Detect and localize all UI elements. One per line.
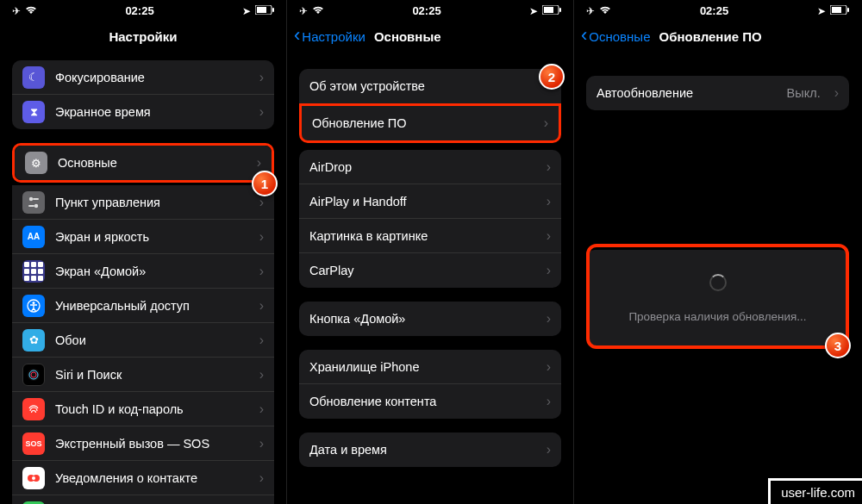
loading-card: Проверка наличия обновления... <box>586 250 849 345</box>
row-homebutton[interactable]: Кнопка «Домой» › <box>299 302 561 336</box>
back-button[interactable]: Настройки <box>294 28 365 45</box>
row-label: Автообновление <box>597 86 777 100</box>
row-storage[interactable]: Хранилище iPhone › <box>299 350 561 384</box>
chevron-right-icon: › <box>547 442 551 457</box>
chevron-right-icon: › <box>547 263 551 278</box>
wifi-icon <box>312 5 324 17</box>
chevron-right-icon: › <box>259 264 264 279</box>
airplane-icon: ✈ <box>299 5 308 17</box>
loading-text: Проверка наличия обновления... <box>595 310 840 323</box>
row-airdrop[interactable]: AirDrop › <box>299 150 561 184</box>
row-label: Дата и время <box>309 443 536 457</box>
chevron-right-icon: › <box>257 155 261 171</box>
row-wallpaper[interactable]: ✿ Обои › <box>12 323 274 358</box>
chevron-right-icon: › <box>547 359 551 375</box>
row-exposure[interactable]: Уведомления о контакте › <box>12 461 274 495</box>
row-carplay[interactable]: CarPlay › <box>299 253 561 288</box>
page-title: Основные <box>374 29 441 44</box>
row-siri[interactable]: Siri и Поиск › <box>12 358 274 392</box>
row-touchid[interactable]: Touch ID и код-пароль › <box>12 392 274 426</box>
flower-icon: ✿ <box>22 329 45 352</box>
status-time: 02:25 <box>700 4 728 17</box>
chevron-right-icon: › <box>259 401 264 417</box>
chevron-right-icon: › <box>547 311 551 327</box>
svg-rect-4 <box>33 198 39 200</box>
svg-point-3 <box>29 196 33 200</box>
siri-icon <box>22 364 45 386</box>
textsize-icon: AA <box>22 226 45 248</box>
row-screentime[interactable]: ⧗ Экранное время › <box>12 95 274 129</box>
svg-rect-22 <box>847 8 849 12</box>
row-general[interactable]: ⚙ Основные › <box>15 146 272 180</box>
step-badge-3: 3 <box>825 333 851 358</box>
row-software-update[interactable]: Обновление ПО › <box>302 106 559 140</box>
row-label: AirDrop <box>309 160 536 174</box>
row-label: Пункт управления <box>55 196 249 209</box>
row-label: Кнопка «Домой» <box>309 312 536 326</box>
accessibility-icon <box>22 295 45 317</box>
battery-icon <box>255 5 274 17</box>
row-pip[interactable]: Картинка в картинке › <box>299 219 561 253</box>
svg-rect-21 <box>832 7 841 13</box>
chevron-right-icon: › <box>259 470 264 486</box>
settings-group-focus: ☾ Фокусирование › ⧗ Экранное время › <box>12 60 274 129</box>
row-label: Обновление ПО <box>312 116 534 130</box>
settings-group-main: Пункт управления › AA Экран и яркость › … <box>12 185 274 504</box>
exposure-icon <box>22 467 45 489</box>
wifi-icon <box>599 5 611 17</box>
moon-icon: ☾ <box>22 66 45 89</box>
highlight-update: Обновление ПО › <box>299 103 561 143</box>
chevron-right-icon: › <box>259 367 264 383</box>
battery-icon <box>542 5 561 17</box>
row-accessibility[interactable]: Универсальный доступ › <box>12 289 274 323</box>
chevron-right-icon: › <box>547 394 551 409</box>
chevron-right-icon: › <box>259 70 264 85</box>
group-storage: Хранилище iPhone › Обновление контента › <box>299 350 561 419</box>
row-datetime[interactable]: Дата и время › <box>299 432 561 467</box>
row-content-update[interactable]: Обновление контента › <box>299 384 561 419</box>
row-label: Хранилище iPhone <box>309 360 536 374</box>
page-title: Обновление ПО <box>659 29 762 44</box>
row-about[interactable]: Об этом устройстве › <box>299 69 561 103</box>
status-time: 02:25 <box>412 4 440 17</box>
location-icon: ➤ <box>242 5 251 17</box>
group-homebutton: Кнопка «Домой» › <box>299 302 561 336</box>
row-label: Экстренный вызов — SOS <box>55 437 249 451</box>
svg-rect-6 <box>28 205 34 207</box>
chevron-right-icon: › <box>259 436 264 451</box>
row-label: Обои <box>55 333 249 347</box>
battery-icon <box>830 5 849 17</box>
svg-point-8 <box>33 302 35 304</box>
chevron-left-icon <box>294 28 300 45</box>
chevron-right-icon: › <box>547 194 551 209</box>
step-badge-1: 1 <box>252 171 278 196</box>
chevron-right-icon: › <box>259 298 264 314</box>
row-sos[interactable]: SOS Экстренный вызов — SOS › <box>12 426 274 461</box>
row-airplay[interactable]: AirPlay и Handoff › <box>299 184 561 219</box>
row-homescreen[interactable]: Экран «Домой» › <box>12 254 274 289</box>
back-label: Настройки <box>302 29 365 44</box>
svg-rect-1 <box>257 7 266 13</box>
watermark: user-life.com <box>768 478 862 504</box>
apps-grid-icon <box>22 260 45 283</box>
svg-rect-2 <box>272 8 274 12</box>
svg-rect-19 <box>559 8 561 12</box>
chevron-right-icon: › <box>547 159 551 175</box>
switches-icon <box>22 191 45 214</box>
chevron-right-icon: › <box>544 115 548 131</box>
row-controlcenter[interactable]: Пункт управления › <box>12 185 274 220</box>
row-display[interactable]: AA Экран и яркость › <box>12 220 274 254</box>
nav-header: Настройки Основные <box>287 19 573 53</box>
airplane-icon: ✈ <box>12 5 21 17</box>
row-label: Обновление контента <box>309 395 536 408</box>
row-autoupdate[interactable]: Автообновление Выкл. › <box>586 76 849 110</box>
status-bar: ✈ 02:25 ➤ <box>287 0 573 19</box>
row-focusing[interactable]: ☾ Фокусирование › <box>12 60 274 95</box>
highlight-general: ⚙ Основные › <box>12 143 274 183</box>
row-battery[interactable]: Аккумулятор › <box>12 495 274 504</box>
panel-general: ✈ 02:25 ➤ Настройки Основные <box>287 0 574 504</box>
chevron-right-icon: › <box>259 195 264 210</box>
svg-rect-18 <box>544 7 553 13</box>
svg-point-14 <box>32 476 35 480</box>
back-button[interactable]: Основные <box>581 28 651 45</box>
